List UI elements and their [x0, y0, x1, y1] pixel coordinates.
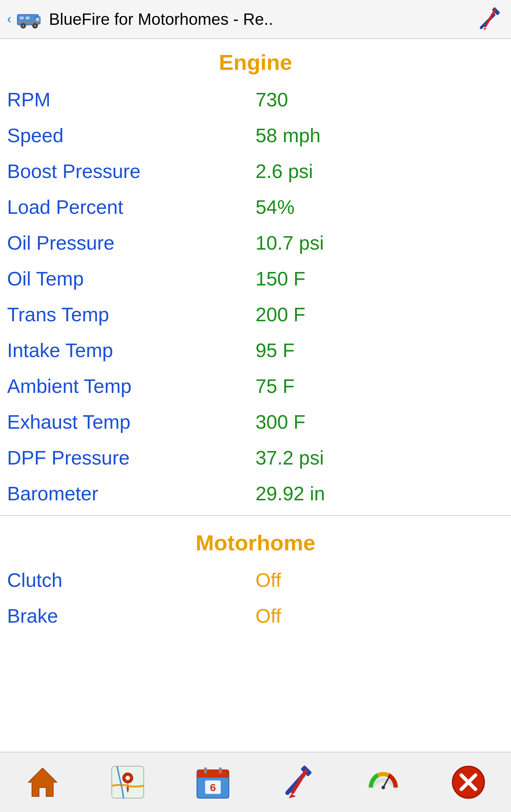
load-percent-label: Load Percent [7, 196, 256, 218]
svg-rect-9 [17, 21, 40, 22]
svg-point-6 [22, 24, 24, 27]
clutch-label: Clutch [7, 569, 256, 591]
nav-home[interactable] [0, 764, 85, 800]
svg-rect-4 [26, 16, 30, 20]
trans-temp-value: 200 F [256, 303, 504, 326]
svg-rect-3 [20, 16, 24, 20]
boost-pressure-value: 2.6 psi [256, 160, 504, 183]
table-row: Exhaust Temp 300 F [7, 404, 504, 440]
barometer-value: 29.92 in [256, 482, 504, 505]
svg-marker-28 [289, 794, 296, 798]
intake-temp-value: 95 F [256, 339, 504, 362]
exhaust-temp-label: Exhaust Temp [7, 411, 256, 433]
table-row: Load Percent 54% [7, 189, 504, 225]
table-row: Trans Temp 200 F [7, 297, 504, 333]
oil-temp-label: Oil Temp [7, 267, 256, 290]
dpf-pressure-label: DPF Pressure [7, 446, 256, 469]
table-row: Boost Pressure 2.6 psi [7, 154, 504, 189]
svg-marker-14 [28, 768, 57, 796]
nav-calendar[interactable]: 6 [170, 764, 256, 800]
svg-point-17 [126, 776, 130, 780]
nav-settings[interactable] [256, 764, 341, 800]
table-row: Speed 58 mph [7, 118, 504, 154]
oil-temp-value: 150 F [256, 267, 504, 290]
oil-pressure-value: 10.7 psi [256, 232, 504, 254]
main-content: Engine RPM 730 Speed 58 mph Boost Pressu… [0, 39, 511, 698]
engine-data-section: RPM 730 Speed 58 mph Boost Pressure 2.6 … [0, 82, 511, 512]
table-row: DPF Pressure 37.2 psi [7, 440, 504, 476]
table-row: RPM 730 [7, 82, 504, 118]
svg-marker-13 [483, 28, 487, 30]
dpf-pressure-value: 37.2 psi [256, 446, 504, 469]
svg-rect-2 [35, 17, 39, 21]
speed-label: Speed [7, 124, 256, 147]
ambient-temp-value: 75 F [256, 375, 504, 397]
table-row: Brake Off [7, 598, 504, 634]
header-title: BlueFire for Motorhomes - Re.. [49, 10, 476, 29]
intake-temp-label: Intake Temp [7, 339, 256, 362]
motorhome-section-header: Motorhome [0, 519, 511, 562]
svg-point-8 [34, 24, 36, 27]
back-button[interactable]: ‹ [7, 12, 11, 27]
motorhome-data-section: Clutch Off Brake Off [0, 562, 511, 634]
table-row: Oil Temp 150 F [7, 261, 504, 297]
engine-section-header: Engine [0, 39, 511, 82]
load-percent-value: 54% [256, 196, 504, 218]
table-row: Barometer 29.92 in [7, 476, 504, 512]
exhaust-temp-value: 300 F [256, 411, 504, 433]
ambient-temp-label: Ambient Temp [7, 375, 256, 397]
clutch-value: Off [256, 569, 504, 591]
nav-close[interactable] [426, 764, 511, 800]
speed-value: 58 mph [256, 124, 504, 147]
svg-line-27 [293, 771, 306, 792]
table-row: Ambient Temp 75 F [7, 368, 504, 404]
brake-value: Off [256, 605, 504, 627]
home-icon [25, 764, 60, 800]
svg-text:6: 6 [210, 782, 216, 793]
nav-gauge[interactable] [341, 764, 426, 800]
brake-label: Brake [7, 605, 256, 627]
boost-pressure-label: Boost Pressure [7, 160, 256, 183]
svg-rect-20 [197, 773, 229, 778]
settings-icon[interactable] [476, 5, 504, 33]
tools-icon [280, 764, 316, 800]
calendar-icon: 6 [195, 764, 231, 800]
svg-point-30 [381, 786, 385, 789]
close-icon [451, 764, 486, 800]
barometer-label: Barometer [7, 482, 256, 505]
nav-maps[interactable] [85, 764, 170, 800]
trans-temp-label: Trans Temp [7, 303, 256, 326]
map-icon [110, 764, 145, 800]
gauge-icon [366, 764, 401, 800]
table-row: Oil Pressure 10.7 psi [7, 225, 504, 261]
rpm-value: 730 [256, 88, 504, 111]
svg-line-12 [485, 9, 495, 26]
svg-rect-23 [204, 767, 207, 774]
app-header: ‹ BlueFire for Motorhomes - Re.. [0, 0, 511, 39]
table-row: Clutch Off [7, 562, 504, 598]
oil-pressure-label: Oil Pressure [7, 232, 256, 254]
rpm-label: RPM [7, 88, 256, 111]
bottom-navigation: 6 [0, 752, 511, 812]
section-divider [0, 515, 511, 516]
table-row: Intake Temp 95 F [7, 333, 504, 368]
app-logo [15, 7, 43, 32]
svg-rect-24 [219, 767, 222, 774]
